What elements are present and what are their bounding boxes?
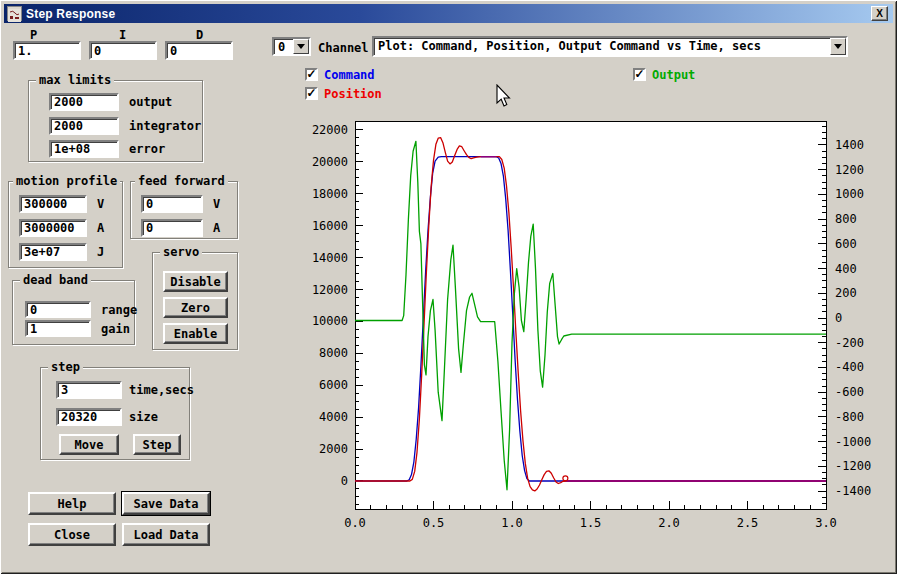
p-label: P	[30, 28, 37, 42]
group-dead-band-title: dead band	[20, 273, 91, 287]
profile-velocity-label: V	[97, 197, 104, 211]
step-time-field[interactable]	[56, 381, 122, 399]
svg-text:-600: -600	[835, 385, 864, 399]
group-step: step time,secs size Move Step	[40, 367, 190, 460]
chevron-down-icon	[834, 44, 842, 49]
svg-text:1200: 1200	[835, 163, 864, 177]
svg-text:2000: 2000	[319, 442, 348, 456]
deadband-gain-field[interactable]	[25, 320, 91, 337]
profile-accel-field[interactable]	[19, 219, 87, 237]
step-response-chart: 0200040006000800010000120001400016000180…	[290, 108, 895, 548]
svg-text:1.0: 1.0	[501, 516, 523, 530]
app-icon	[7, 6, 22, 21]
group-servo-title: servo	[160, 245, 202, 259]
output-checkbox[interactable]: ✓	[633, 68, 646, 81]
position-checkbox-label: Position	[324, 87, 382, 101]
step-time-label: time,secs	[129, 383, 194, 397]
svg-text:1000: 1000	[835, 187, 864, 201]
command-checkbox-label: Command	[324, 68, 375, 82]
output-limit-label: output	[129, 95, 172, 109]
position-checkbox[interactable]: ✓	[305, 87, 318, 100]
move-button[interactable]: Move	[59, 434, 119, 455]
error-limit-field[interactable]	[49, 140, 119, 158]
group-dead-band: dead band range gain	[12, 280, 135, 345]
i-field[interactable]	[89, 41, 157, 60]
output-limit-field[interactable]	[49, 93, 119, 111]
profile-jerk-field[interactable]	[19, 243, 87, 261]
svg-text:18000: 18000	[312, 187, 348, 201]
svg-text:0: 0	[341, 474, 348, 488]
ff-velocity-field[interactable]	[141, 195, 203, 213]
plot-select-value: Plot: Command, Position, Output Command …	[374, 38, 830, 54]
svg-text:1.5: 1.5	[580, 516, 602, 530]
step-response-window: Step Response X P I D 0 Channel Plot: Co…	[0, 0, 897, 574]
svg-text:-400: -400	[835, 360, 864, 374]
svg-text:1400: 1400	[835, 138, 864, 152]
ff-accel-label: A	[213, 221, 220, 235]
group-feed-forward: feed forward V A	[130, 181, 238, 239]
integrator-limit-field[interactable]	[49, 117, 119, 135]
ff-accel-field[interactable]	[141, 219, 203, 237]
step-size-label: size	[129, 410, 158, 424]
step-button[interactable]: Step	[133, 434, 181, 455]
load-data-button[interactable]: Load Data	[122, 523, 210, 546]
command-checkbox[interactable]: ✓	[305, 68, 318, 81]
integrator-limit-label: integrator	[129, 119, 201, 133]
d-field[interactable]	[165, 41, 233, 60]
svg-text:12000: 12000	[312, 283, 348, 297]
svg-text:600: 600	[835, 237, 857, 251]
group-step-title: step	[48, 360, 83, 374]
deadband-range-label: range	[101, 303, 137, 317]
svg-text:6000: 6000	[319, 378, 348, 392]
svg-text:22000: 22000	[312, 123, 348, 137]
close-button[interactable]: Close	[28, 523, 116, 546]
group-motion-profile: motion profile V A J	[8, 181, 123, 268]
svg-text:-800: -800	[835, 410, 864, 424]
plot-dropdown-button[interactable]	[830, 38, 846, 55]
zero-button[interactable]: Zero	[163, 297, 228, 318]
channel-label: Channel	[318, 41, 369, 55]
mouse-cursor	[496, 84, 514, 108]
svg-text:4000: 4000	[319, 410, 348, 424]
svg-text:200: 200	[835, 286, 857, 300]
titlebar-close-button[interactable]: X	[871, 6, 888, 21]
group-max-limits-title: max limits	[36, 73, 114, 87]
title-bar[interactable]: Step Response X	[4, 4, 893, 23]
svg-text:14000: 14000	[312, 251, 348, 265]
plot-select[interactable]: Plot: Command, Position, Output Command …	[372, 36, 848, 57]
svg-text:0.5: 0.5	[423, 516, 445, 530]
help-button[interactable]: Help	[28, 492, 116, 515]
step-size-field[interactable]	[56, 408, 122, 426]
deadband-range-field[interactable]	[25, 301, 91, 318]
svg-text:-1000: -1000	[835, 435, 871, 449]
profile-accel-label: A	[97, 221, 104, 235]
profile-velocity-field[interactable]	[19, 195, 87, 213]
disable-button[interactable]: Disable	[163, 271, 228, 292]
checkmark-icon: ✓	[306, 86, 316, 100]
ff-velocity-label: V	[213, 197, 220, 211]
channel-select[interactable]: 0	[272, 37, 311, 56]
svg-text:20000: 20000	[312, 155, 348, 169]
window-title: Step Response	[26, 7, 115, 21]
svg-text:800: 800	[835, 212, 857, 226]
group-max-limits: max limits output integrator error	[28, 80, 203, 162]
d-label: D	[196, 28, 203, 42]
p-field[interactable]	[13, 41, 81, 60]
svg-text:16000: 16000	[312, 219, 348, 233]
svg-text:10000: 10000	[312, 314, 348, 328]
save-data-button[interactable]: Save Data	[122, 492, 210, 515]
svg-text:8000: 8000	[319, 346, 348, 360]
deadband-gain-label: gain	[101, 322, 130, 336]
chevron-down-icon	[297, 44, 305, 49]
enable-button[interactable]: Enable	[163, 323, 228, 344]
svg-text:0: 0	[835, 311, 842, 325]
svg-text:2.0: 2.0	[658, 516, 680, 530]
close-icon: X	[876, 8, 883, 19]
group-servo: servo Disable Zero Enable	[152, 252, 238, 350]
svg-text:-1400: -1400	[835, 484, 871, 498]
group-motion-profile-title: motion profile	[13, 174, 120, 188]
svg-text:-1200: -1200	[835, 459, 871, 473]
checkmark-icon: ✓	[306, 67, 316, 81]
channel-dropdown-button[interactable]	[293, 39, 309, 54]
profile-jerk-label: J	[97, 245, 104, 259]
